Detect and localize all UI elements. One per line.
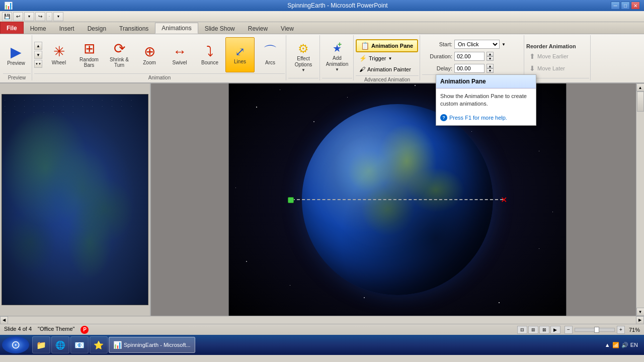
vscroll-thumb[interactable] (637, 92, 644, 112)
quick-access-toolbar: 💾 ↩ ▼ ↪ · ▼ (0, 11, 644, 22)
tooltip-title: Animation Pane (436, 75, 536, 88)
shrink-turn-label: Shrink & Turn (106, 57, 132, 68)
effect-options-button[interactable]: ⚙ EffectOptions ▼ (288, 40, 318, 75)
tab-view[interactable]: View (274, 23, 300, 34)
delay-down-button[interactable]: ▼ (487, 68, 494, 73)
animation-painter-button[interactable]: 🖌 Animation Painter (356, 64, 418, 74)
trigger-icon: ⚡ (359, 55, 367, 62)
slide-show-button[interactable]: ▶ (550, 326, 560, 334)
anim-scroll-down[interactable]: ▼ (34, 51, 42, 59)
trigger-label: Trigger (369, 55, 386, 61)
duration-down-button[interactable]: ▼ (487, 56, 494, 61)
anim-arcs-button[interactable]: ⌒ Arcs (256, 37, 285, 72)
anim-lines-button[interactable]: ⤢ Lines (225, 37, 255, 72)
duration-up-button[interactable]: ▲ (487, 52, 494, 56)
effect-options-dropdown-icon: ▼ (301, 68, 305, 72)
hscroll-left-button[interactable]: ◀ (0, 316, 8, 324)
taskbar-app4-icon[interactable]: ⭐ (90, 336, 108, 353)
anim-scroll-up[interactable]: ▲ (34, 42, 42, 50)
anim-scroll-more[interactable]: ▼▼ (34, 60, 42, 68)
taskbar-ppt-label: SpinningEarth - Microsoft... (124, 342, 191, 348)
zoom-slider-thumb[interactable] (594, 327, 599, 333)
anim-bounce-button[interactable]: ⤵ Bounce (195, 37, 224, 72)
anim-swivel-button[interactable]: ↔ Swivel (165, 37, 194, 72)
animation-pane-button[interactable]: 📋 Animation Pane (356, 39, 418, 52)
view-slide-sorter-button[interactable]: ⊞ (528, 326, 538, 334)
delay-label: Delay: (422, 65, 452, 71)
tab-design[interactable]: Design (81, 23, 113, 34)
vscroll-up-button[interactable]: ▲ (636, 83, 645, 92)
view-normal-button[interactable]: ⊟ (517, 326, 527, 334)
tab-animations[interactable]: Animations (155, 23, 198, 34)
minimize-button[interactable]: ─ (611, 2, 620, 10)
duration-label: Duration: (422, 53, 452, 59)
add-animation-button[interactable]: ★+ AddAnimation ▼ (322, 40, 352, 75)
view-reading-button[interactable]: ⊠ (539, 326, 549, 334)
undo-qat-button[interactable]: ↩ (13, 12, 23, 21)
taskbar: ⊙ 📁 🌐 📧 ⭐ 📊 SpinningEarth - Microsoft...… (0, 335, 644, 355)
tab-review[interactable]: Review (242, 23, 274, 34)
duration-input[interactable]: 02.00 (454, 52, 485, 61)
add-animation-dropdown-icon: ▼ (335, 67, 339, 72)
taskbar-email-icon[interactable]: 📧 (70, 336, 89, 353)
window-title: SpinningEarth - Microsoft PowerPoint (64, 2, 611, 9)
zoom-icon: ⊕ (144, 45, 155, 59)
random-bars-icon: ⊞ (84, 42, 95, 56)
anim-wheel-button[interactable]: ✳ Wheel (44, 37, 73, 72)
save-qat-button[interactable]: 💾 (2, 12, 12, 21)
animation-painter-label: Animation Painter (367, 66, 411, 72)
start-label: Start: (422, 41, 452, 47)
tooltip-help-link[interactable]: ? Press F1 for more help. (436, 112, 536, 125)
animation-start-handle[interactable] (288, 197, 294, 203)
start-icon: ⊙ (11, 338, 20, 351)
bounce-label: Bounce (201, 60, 218, 65)
zoom-slider[interactable] (575, 328, 615, 332)
animation-painter-icon: 🖌 (359, 66, 365, 73)
redo-more-button[interactable]: · (46, 12, 52, 21)
start-dropdown-icon[interactable]: ▼ (502, 42, 506, 47)
anim-zoom-button[interactable]: ⊕ Zoom (135, 37, 164, 72)
tab-file[interactable]: File (0, 22, 24, 34)
taskbar-powerpoint-app[interactable]: 📊 SpinningEarth - Microsoft... (109, 337, 195, 353)
maximize-button[interactable]: □ (621, 2, 630, 10)
lines-label: Lines (234, 59, 246, 64)
start-select[interactable]: On Click With Previous After Previous (454, 40, 500, 49)
zoom-level: 71% (629, 327, 640, 333)
undo-dropdown-button[interactable]: ▼ (24, 12, 34, 21)
preview-label: Preview (7, 60, 25, 66)
close-button[interactable]: ✕ (631, 2, 640, 10)
tab-insert[interactable]: Insert (53, 23, 81, 34)
start-button[interactable]: ⊙ (2, 336, 29, 353)
tab-transitions[interactable]: Transitions (113, 23, 155, 34)
hscroll-right-button[interactable]: ▶ (636, 316, 644, 324)
move-earlier-button[interactable]: ⬆ Move Earlier (526, 51, 572, 61)
delay-input[interactable]: 00.00 (454, 64, 485, 73)
customize-qat-button[interactable]: ▼ (53, 12, 63, 21)
vscroll-down-button[interactable]: ▼ (636, 308, 645, 316)
tab-slideshow[interactable]: Slide Show (198, 23, 242, 34)
zoom-in-button[interactable]: + (617, 326, 625, 334)
system-tray-arrow[interactable]: ▲ (605, 342, 610, 348)
preview-button[interactable]: ▶ Preview (3, 37, 29, 72)
advanced-animation-group-label: Advanced Animation (356, 75, 419, 83)
taskbar-explorer-icon[interactable]: 📁 (32, 336, 50, 353)
animation-group: ▲ ▼ ▼▼ ✳ Wheel ⊞ Random Bars ⟳ Shrink & … (33, 35, 286, 80)
vscroll-track[interactable] (636, 92, 645, 308)
anim-shrink-turn-button[interactable]: ⟳ Shrink & Turn (105, 37, 134, 72)
preview-group: ▶ Preview Preview (2, 35, 32, 80)
slide-info: Slide 4 of 4 (4, 326, 32, 334)
status-bar: Slide 4 of 4 "Office Theme" P ⊟ ⊞ ⊠ ▶ − … (0, 324, 644, 335)
hscroll-track[interactable] (8, 317, 636, 324)
slide-editing-area: ✕ ▲ ▼ (151, 83, 644, 316)
taskbar-browser-icon[interactable]: 🌐 (51, 336, 69, 353)
animation-end-handle[interactable]: ✕ (500, 196, 507, 203)
delay-up-button[interactable]: ▲ (487, 64, 494, 68)
redo-qat-button[interactable]: ↪ (35, 12, 45, 21)
tab-home[interactable]: Home (24, 23, 53, 34)
anim-random-bars-button[interactable]: ⊞ Random Bars (74, 37, 104, 72)
trigger-button[interactable]: ⚡ Trigger ▼ (356, 53, 418, 63)
theme-icon: P (80, 326, 89, 334)
move-later-button[interactable]: ⬇ Move Later (526, 63, 568, 73)
zoom-out-button[interactable]: − (565, 326, 573, 334)
slide-thumbnail[interactable]: · · · · · · · · · · · · · · · · · · · · … (2, 94, 148, 305)
